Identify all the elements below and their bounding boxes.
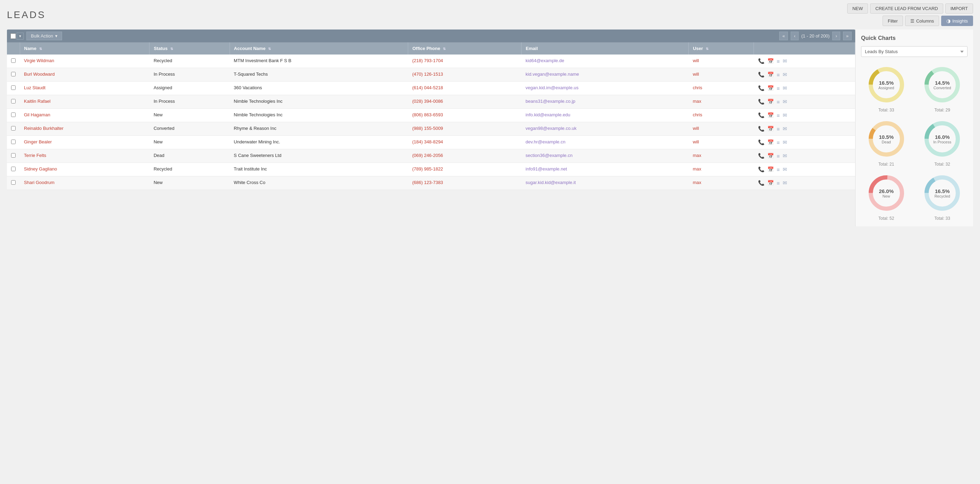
call-icon[interactable]: 📞 [758, 72, 765, 78]
first-page-button[interactable]: « [779, 32, 788, 40]
list-icon[interactable]: ≡ [777, 112, 780, 118]
list-icon[interactable]: ≡ [777, 99, 780, 105]
chart-type-select[interactable]: Leads By Status [861, 46, 967, 57]
calendar-icon[interactable]: 📅 [767, 58, 774, 64]
row-user[interactable]: max [689, 95, 754, 109]
email-icon[interactable]: ✉ [783, 112, 787, 118]
row-user[interactable]: will [689, 136, 754, 149]
row-checkbox[interactable] [7, 163, 20, 176]
row-name[interactable]: Kaitlin Rafael [20, 95, 150, 109]
list-icon[interactable]: ≡ [777, 85, 780, 91]
row-name[interactable]: Gil Hagaman [20, 109, 150, 122]
email-icon[interactable]: ✉ [783, 180, 787, 186]
row-checkbox[interactable] [7, 81, 20, 95]
call-icon[interactable]: 📞 [758, 99, 765, 105]
email-icon[interactable]: ✉ [783, 85, 787, 91]
row-email[interactable]: dev.hr@example.cn [522, 136, 689, 149]
row-name[interactable]: Burl Woodward [20, 68, 150, 81]
col-phone[interactable]: Office Phone ⇅ [408, 42, 522, 54]
call-icon[interactable]: 📞 [758, 166, 765, 173]
row-phone[interactable]: (470) 126-1513 [408, 68, 522, 81]
row-email[interactable]: sugar.kid.kid@example.it [522, 176, 689, 190]
row-name[interactable]: Virgie Wildman [20, 54, 150, 68]
row-phone[interactable]: (184) 348-8294 [408, 136, 522, 149]
row-user[interactable]: chris [689, 109, 754, 122]
row-email[interactable]: info.kid@example.edu [522, 109, 689, 122]
row-email[interactable]: kid.vegan@example.name [522, 68, 689, 81]
email-icon[interactable]: ✉ [783, 139, 787, 145]
list-icon[interactable]: ≡ [777, 72, 780, 78]
row-phone[interactable]: (218) 793-1704 [408, 54, 522, 68]
prev-page-button[interactable]: ‹ [791, 32, 798, 40]
checkbox-dropdown[interactable]: ▾ [17, 33, 24, 40]
calendar-icon[interactable]: 📅 [767, 139, 774, 145]
row-checkbox[interactable] [7, 149, 20, 163]
row-user[interactable]: will [689, 122, 754, 136]
row-email[interactable]: beans31@example.co.jp [522, 95, 689, 109]
calendar-icon[interactable]: 📅 [767, 166, 774, 173]
col-user[interactable]: User ⇅ [689, 42, 754, 54]
row-user[interactable]: max [689, 149, 754, 163]
list-icon[interactable]: ≡ [777, 167, 780, 173]
row-user[interactable]: will [689, 68, 754, 81]
row-email[interactable]: section36@example.cn [522, 149, 689, 163]
calendar-icon[interactable]: 📅 [767, 85, 774, 91]
new-button[interactable]: NEW [847, 3, 868, 14]
row-name[interactable]: Sidney Gagliano [20, 163, 150, 176]
insights-button[interactable]: ◑ Insights [941, 16, 973, 26]
email-icon[interactable]: ✉ [783, 126, 787, 132]
row-user[interactable]: chris [689, 81, 754, 95]
row-checkbox[interactable] [7, 54, 20, 68]
row-email[interactable]: kid64@example.de [522, 54, 689, 68]
vcard-button[interactable]: CREATE LEAD FROM VCARD [870, 3, 943, 14]
call-icon[interactable]: 📞 [758, 139, 765, 145]
next-page-button[interactable]: › [832, 32, 840, 40]
row-phone[interactable]: (686) 123-7383 [408, 176, 522, 190]
row-name[interactable]: Terrie Felts [20, 149, 150, 163]
row-checkbox[interactable] [7, 176, 20, 190]
list-icon[interactable]: ≡ [777, 126, 780, 132]
call-icon[interactable]: 📞 [758, 153, 765, 159]
list-icon[interactable]: ≡ [777, 140, 780, 145]
row-phone[interactable]: (789) 985-1822 [408, 163, 522, 176]
email-icon[interactable]: ✉ [783, 166, 787, 173]
col-status[interactable]: Status ⇅ [150, 42, 229, 54]
select-all-checkbox[interactable] [10, 34, 16, 39]
call-icon[interactable]: 📞 [758, 126, 765, 132]
row-name[interactable]: Shari Goodrum [20, 176, 150, 190]
calendar-icon[interactable]: 📅 [767, 72, 774, 78]
list-icon[interactable]: ≡ [777, 153, 780, 159]
import-button[interactable]: IMPORT [945, 3, 973, 14]
columns-button[interactable]: ☰ Columns [905, 16, 939, 26]
row-email[interactable]: vegan98@example.co.uk [522, 122, 689, 136]
row-email[interactable]: vegan.kid.im@example.us [522, 81, 689, 95]
row-email[interactable]: info91@example.net [522, 163, 689, 176]
row-checkbox[interactable] [7, 136, 20, 149]
col-name[interactable]: Name ⇅ [20, 42, 150, 54]
row-user[interactable]: max [689, 163, 754, 176]
row-phone[interactable]: (988) 155-5009 [408, 122, 522, 136]
calendar-icon[interactable]: 📅 [767, 180, 774, 186]
email-icon[interactable]: ✉ [783, 99, 787, 105]
row-user[interactable]: will [689, 54, 754, 68]
call-icon[interactable]: 📞 [758, 180, 765, 186]
calendar-icon[interactable]: 📅 [767, 153, 774, 159]
row-checkbox[interactable] [7, 122, 20, 136]
row-phone[interactable]: (069) 246-2056 [408, 149, 522, 163]
row-phone[interactable]: (028) 394-0086 [408, 95, 522, 109]
row-name[interactable]: Luz Staudt [20, 81, 150, 95]
row-phone[interactable]: (614) 044-5218 [408, 81, 522, 95]
calendar-icon[interactable]: 📅 [767, 126, 774, 132]
email-icon[interactable]: ✉ [783, 58, 787, 64]
row-checkbox[interactable] [7, 68, 20, 81]
bulk-action-button[interactable]: Bulk Action ▾ [26, 32, 62, 40]
call-icon[interactable]: 📞 [758, 112, 765, 118]
calendar-icon[interactable]: 📅 [767, 99, 774, 105]
row-checkbox[interactable] [7, 95, 20, 109]
call-icon[interactable]: 📞 [758, 58, 765, 64]
row-checkbox[interactable] [7, 109, 20, 122]
row-name[interactable]: Reinaldo Burkhalter [20, 122, 150, 136]
calendar-icon[interactable]: 📅 [767, 112, 774, 118]
call-icon[interactable]: 📞 [758, 85, 765, 91]
row-phone[interactable]: (806) 863-6593 [408, 109, 522, 122]
